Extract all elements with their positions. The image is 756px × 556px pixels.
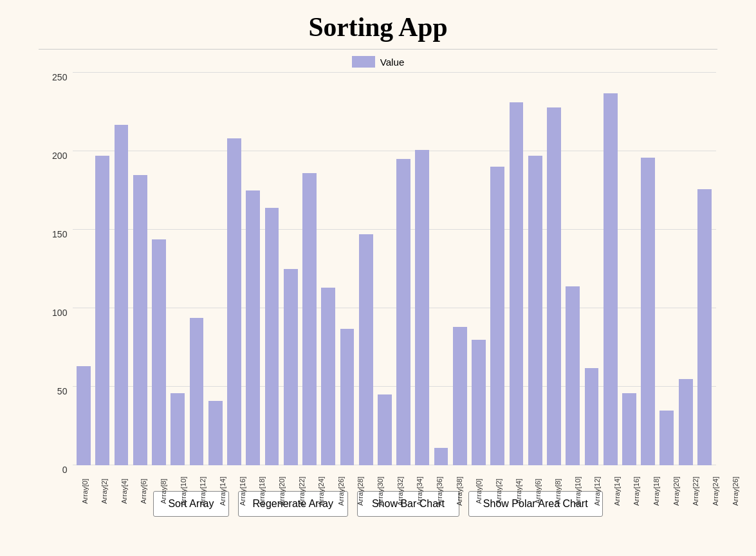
- bar: [133, 175, 147, 465]
- bar: [302, 173, 317, 465]
- x-label: Array[8]: [548, 465, 568, 517]
- x-label: Array[18]: [647, 465, 667, 517]
- x-label: Array[0]: [75, 465, 95, 517]
- bar: [415, 150, 429, 465]
- bar: [171, 393, 185, 465]
- x-label: Array[2]: [489, 465, 509, 517]
- bar-group: [696, 73, 713, 465]
- x-label: Array[28]: [351, 465, 371, 517]
- y-tick: 150: [52, 229, 68, 239]
- bar: [190, 318, 204, 465]
- bar-group: [677, 73, 694, 465]
- x-label: Array[0]: [469, 465, 489, 517]
- bar: [472, 340, 486, 465]
- x-labels: Array[0]Array[2]Array[4]Array[6]Array[8]…: [73, 465, 748, 517]
- x-label: Array[12]: [193, 465, 213, 517]
- bar: [585, 368, 599, 465]
- bar: [152, 239, 166, 465]
- bar: [115, 125, 129, 465]
- chart-area: 050100150200250: [41, 73, 716, 465]
- x-label: Array[18]: [252, 465, 272, 517]
- bar: [340, 329, 355, 465]
- x-label: Array[14]: [213, 465, 233, 517]
- y-axis: 050100150200250: [41, 73, 73, 465]
- x-label: Array[26]: [331, 465, 351, 517]
- bar: [659, 411, 674, 465]
- bar: [547, 107, 561, 465]
- bar-group: [470, 73, 487, 465]
- x-label: Array[6]: [528, 465, 548, 517]
- x-label: Array[2]: [95, 465, 115, 517]
- bar-group: [225, 73, 243, 465]
- bar-group: [282, 73, 299, 465]
- bar-group: [244, 73, 262, 465]
- bar-group: [394, 73, 412, 465]
- bar: [679, 379, 693, 465]
- bar-group: [320, 73, 337, 465]
- bar-group: [658, 73, 676, 465]
- bar-group: [451, 73, 468, 465]
- x-label: Array[20]: [272, 465, 292, 517]
- y-tick: 50: [57, 386, 68, 396]
- x-label: Array[26]: [726, 465, 746, 517]
- bar-group: [131, 73, 149, 465]
- bar-group: [583, 73, 600, 465]
- bar: [284, 269, 298, 465]
- chart-legend: Value: [41, 56, 716, 68]
- bar: [641, 158, 655, 465]
- x-label: Array[22]: [686, 465, 706, 517]
- bar-group: [338, 73, 356, 465]
- bar: [95, 156, 109, 465]
- bar: [265, 208, 279, 465]
- bar-group: [526, 73, 544, 465]
- x-label: Array[10]: [174, 465, 194, 517]
- bar-group: [640, 73, 657, 465]
- y-tick: 250: [52, 72, 68, 82]
- bar: [434, 448, 448, 465]
- bar-group: [602, 73, 619, 465]
- legend-label: Value: [380, 57, 405, 68]
- bar-group: [376, 73, 393, 465]
- chart-container: Value 050100150200250 Array[0]Array[2]Ar…: [41, 56, 716, 487]
- x-label: Array[4]: [509, 465, 529, 517]
- bar: [697, 189, 712, 465]
- bar: [528, 156, 542, 465]
- x-label: Array[24]: [311, 465, 331, 517]
- x-label: Array[4]: [115, 465, 134, 517]
- bar: [208, 401, 223, 465]
- x-label: Array[30]: [371, 465, 391, 517]
- bar: [77, 366, 91, 465]
- bar-group: [75, 73, 93, 465]
- divider: [39, 49, 717, 50]
- x-label: Array[24]: [706, 465, 726, 517]
- bar: [604, 93, 618, 465]
- x-label: Array[34]: [410, 465, 430, 517]
- bar-group: [508, 73, 525, 465]
- bar-group: [169, 73, 187, 465]
- bar: [246, 190, 260, 465]
- bar: [622, 393, 636, 465]
- x-label: Array[16]: [233, 465, 253, 517]
- bar-group: [188, 73, 205, 465]
- x-label: Array[10]: [568, 465, 588, 517]
- x-label: Array[16]: [627, 465, 647, 517]
- bar-group: [150, 73, 167, 465]
- bar-group: [207, 73, 224, 465]
- bar-group: [357, 73, 374, 465]
- bar-group: [564, 73, 582, 465]
- bar: [227, 138, 241, 465]
- bar-group: [113, 73, 130, 465]
- x-label: Array[20]: [667, 465, 687, 517]
- bar: [321, 288, 335, 465]
- page-title: Sorting App: [0, 0, 756, 49]
- y-tick: 200: [52, 151, 68, 161]
- x-label: Array[14]: [607, 465, 627, 517]
- bar-group: [489, 73, 506, 465]
- x-label: Array[38]: [450, 465, 470, 517]
- bar-group: [94, 73, 111, 465]
- x-label: Array[8]: [154, 465, 174, 517]
- bar-group: [545, 73, 562, 465]
- x-label: Array[12]: [587, 465, 607, 517]
- bar: [359, 234, 373, 465]
- bar: [566, 286, 580, 465]
